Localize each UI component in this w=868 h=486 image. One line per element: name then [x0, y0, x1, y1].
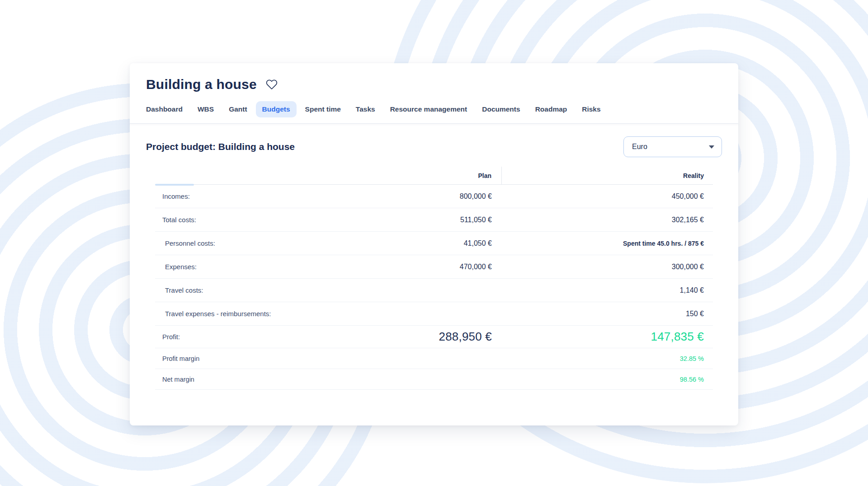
- table-header-reality: Reality: [502, 172, 713, 179]
- project-header: Building a house Dashboard WBS Gantt Bud…: [130, 63, 738, 117]
- table-row-expenses: Expenses: 470,000 € 300,000 €: [155, 255, 713, 279]
- row-reality-value: 450,000 €: [502, 192, 713, 201]
- project-title: Building a house: [146, 77, 257, 92]
- row-label: Travel costs:: [155, 286, 348, 294]
- row-label: Personnel costs:: [155, 239, 348, 247]
- row-reality-value: Spent time 45.0 hrs. / 875 €: [502, 240, 713, 247]
- row-reality-value: 98.56 %: [502, 376, 713, 383]
- budget-table: Plan Reality Incomes: 800,000 € 450,000 …: [155, 167, 713, 417]
- row-plan-value: 511,050 €: [348, 216, 502, 224]
- project-card: Building a house Dashboard WBS Gantt Bud…: [130, 63, 738, 425]
- tab-resource-management[interactable]: Resource management: [384, 101, 474, 117]
- row-label: Travel expenses - reimbursements:: [155, 310, 348, 318]
- table-row-total-costs: Total costs: 511,050 € 302,165 €: [155, 208, 713, 232]
- row-label: Total costs:: [155, 216, 348, 224]
- table-scrollbar-thumb[interactable]: [155, 184, 194, 186]
- budget-heading-row: Project budget: Building a house Euro: [146, 136, 722, 157]
- row-reality-value: 300,000 €: [502, 263, 713, 271]
- budget-section: Project budget: Building a house Euro Pl…: [130, 124, 738, 417]
- table-row-net-margin: Net margin 98.56 %: [155, 369, 713, 390]
- tab-risks[interactable]: Risks: [576, 101, 607, 117]
- table-row-profit-margin: Profit margin 32.85 %: [155, 348, 713, 369]
- row-plan-value: 800,000 €: [348, 192, 502, 201]
- row-plan-value: 470,000 €: [348, 263, 502, 271]
- tab-gantt[interactable]: Gantt: [222, 101, 253, 117]
- row-reality-value: 150 €: [502, 310, 713, 318]
- currency-select-value: Euro: [632, 143, 647, 151]
- tab-tasks[interactable]: Tasks: [349, 101, 382, 117]
- project-tabs: Dashboard WBS Gantt Budgets Spent time T…: [140, 101, 722, 117]
- title-row: Building a house: [146, 77, 722, 92]
- heart-outline-icon: [266, 79, 278, 90]
- row-reality-value: 302,165 €: [502, 216, 713, 224]
- table-row-personnel-costs: Personnel costs: 41,050 € Spent time 45.…: [155, 232, 713, 255]
- row-reality-value: 1,140 €: [502, 286, 713, 294]
- tab-wbs[interactable]: WBS: [191, 101, 220, 117]
- row-label: Net margin: [155, 376, 348, 383]
- row-label: Incomes:: [155, 192, 348, 200]
- row-plan-value: 288,950 €: [348, 330, 502, 344]
- row-label: Profit:: [155, 333, 348, 341]
- tab-documents[interactable]: Documents: [476, 101, 526, 117]
- row-label: Profit margin: [155, 355, 348, 362]
- table-header-plan: Plan: [348, 167, 502, 185]
- row-plan-value: 41,050 €: [348, 239, 502, 248]
- favorite-button[interactable]: [265, 78, 278, 91]
- table-header-row: Plan Reality: [155, 167, 713, 185]
- table-row-profit: Profit: 288,950 € 147,835 €: [155, 326, 713, 348]
- table-row-travel-reimbursements: Travel expenses - reimbursements: 150 €: [155, 302, 713, 326]
- row-label: Expenses:: [155, 263, 348, 271]
- tab-dashboard[interactable]: Dashboard: [140, 101, 189, 117]
- row-reality-value: 32.85 %: [502, 355, 713, 362]
- caret-down-icon: [709, 145, 714, 149]
- tab-roadmap[interactable]: Roadmap: [529, 101, 574, 117]
- currency-select[interactable]: Euro: [623, 136, 722, 157]
- table-row-incomes: Incomes: 800,000 € 450,000 €: [155, 185, 713, 208]
- row-reality-value: 147,835 €: [502, 330, 713, 344]
- table-row-travel-costs: Travel costs: 1,140 €: [155, 279, 713, 302]
- tab-budgets[interactable]: Budgets: [256, 101, 297, 117]
- tab-spent-time[interactable]: Spent time: [299, 101, 347, 117]
- budget-heading: Project budget: Building a house: [146, 141, 295, 152]
